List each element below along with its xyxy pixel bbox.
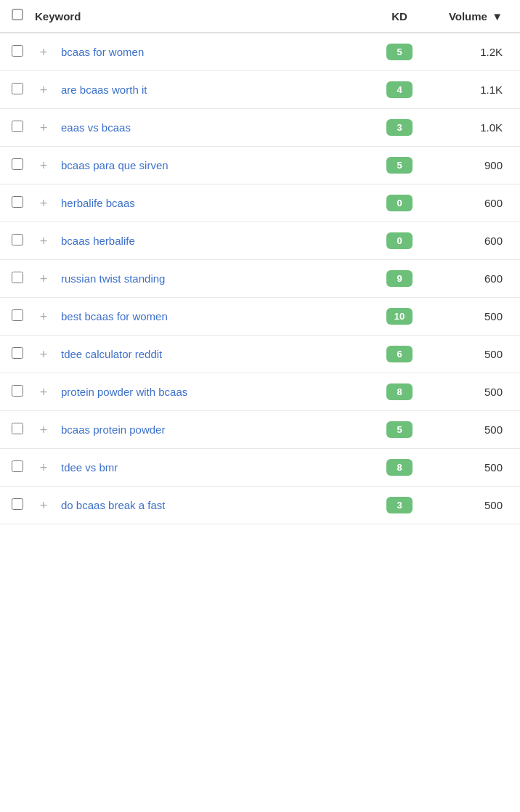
- row-select-checkbox[interactable]: [12, 121, 23, 132]
- row-checkbox-cell[interactable]: [12, 234, 29, 248]
- keyword-text[interactable]: protein powder with bcaas: [61, 386, 370, 398]
- row-select-checkbox[interactable]: [12, 385, 23, 397]
- keyword-text[interactable]: herbalife bcaas: [61, 197, 370, 209]
- kd-cell: 8: [370, 459, 428, 476]
- table-row: + bcaas herbalife 0 600: [0, 222, 520, 260]
- row-checkbox-cell[interactable]: [12, 196, 29, 211]
- row-select-checkbox[interactable]: [12, 309, 23, 321]
- table-header: Keyword KD Volume ▼: [0, 0, 520, 33]
- select-all-checkbox[interactable]: [12, 9, 23, 20]
- row-select-checkbox[interactable]: [12, 498, 23, 510]
- kd-cell: 5: [370, 421, 428, 438]
- volume-cell: 500: [428, 310, 508, 322]
- row-select-checkbox[interactable]: [12, 83, 23, 94]
- kd-badge: 0: [386, 232, 413, 249]
- table-row: + are bcaas worth it 4 1.1K: [0, 71, 520, 109]
- row-select-checkbox[interactable]: [12, 45, 23, 57]
- volume-cell: 600: [428, 197, 508, 209]
- add-keyword-button[interactable]: +: [35, 121, 52, 134]
- table-row: + tdee vs bmr 8 500: [0, 449, 520, 487]
- add-keyword-button[interactable]: +: [35, 197, 52, 210]
- keyword-text[interactable]: are bcaas worth it: [61, 84, 370, 96]
- add-keyword-button[interactable]: +: [35, 386, 52, 399]
- table-row: + bcaas protein powder 5 500: [0, 411, 520, 449]
- keyword-text[interactable]: tdee vs bmr: [61, 461, 370, 474]
- row-select-checkbox[interactable]: [12, 272, 23, 283]
- kd-badge: 9: [386, 270, 413, 287]
- keyword-text[interactable]: tdee calculator reddit: [61, 348, 370, 360]
- kd-badge: 3: [386, 497, 413, 513]
- row-checkbox-cell[interactable]: [12, 272, 29, 286]
- row-checkbox-cell[interactable]: [12, 385, 29, 399]
- kd-badge: 0: [386, 195, 413, 211]
- table-body: + bcaas for women 5 1.2K + are bcaas wor…: [0, 33, 520, 524]
- volume-cell: 500: [428, 423, 508, 436]
- volume-cell: 1.0K: [428, 121, 508, 134]
- row-checkbox-cell[interactable]: [12, 158, 29, 173]
- keyword-text[interactable]: do bcaas break a fast: [61, 499, 370, 511]
- add-keyword-button[interactable]: +: [35, 272, 52, 285]
- add-keyword-button[interactable]: +: [35, 423, 52, 437]
- table-row: + bcaas for women 5 1.2K: [0, 33, 520, 71]
- keyword-text[interactable]: russian twist standing: [61, 272, 370, 285]
- row-checkbox-cell[interactable]: [12, 309, 29, 324]
- add-keyword-button[interactable]: +: [35, 159, 52, 172]
- kd-badge: 8: [386, 459, 413, 476]
- kd-badge: 3: [386, 119, 413, 136]
- volume-cell: 900: [428, 159, 508, 171]
- kd-badge: 5: [386, 421, 413, 438]
- add-keyword-button[interactable]: +: [35, 310, 52, 323]
- add-keyword-button[interactable]: +: [35, 235, 52, 248]
- kd-column-header: KD: [370, 10, 428, 23]
- table-row: + do bcaas break a fast 3 500: [0, 487, 520, 524]
- volume-sort-icon: ▼: [492, 10, 503, 23]
- keyword-text[interactable]: bcaas para que sirven: [61, 159, 370, 171]
- keyword-column-header: Keyword: [35, 10, 370, 23]
- volume-cell: 1.2K: [428, 46, 508, 58]
- row-checkbox-cell[interactable]: [12, 83, 29, 97]
- volume-cell: 1.1K: [428, 84, 508, 96]
- kd-badge: 6: [386, 346, 413, 362]
- add-keyword-button[interactable]: +: [35, 46, 52, 59]
- kd-cell: 3: [370, 497, 428, 513]
- keyword-text[interactable]: bcaas for women: [61, 46, 370, 58]
- keyword-text[interactable]: bcaas protein powder: [61, 423, 370, 436]
- row-checkbox-cell[interactable]: [12, 45, 29, 60]
- table-row: + best bcaas for women 10 500: [0, 298, 520, 336]
- table-row: + protein powder with bcaas 8 500: [0, 373, 520, 411]
- volume-column-header[interactable]: Volume ▼: [428, 10, 508, 23]
- row-checkbox-cell[interactable]: [12, 347, 29, 362]
- table-row: + eaas vs bcaas 3 1.0K: [0, 109, 520, 147]
- row-checkbox-cell[interactable]: [12, 460, 29, 475]
- volume-cell: 600: [428, 235, 508, 247]
- table-row: + tdee calculator reddit 6 500: [0, 336, 520, 373]
- kd-cell: 10: [370, 308, 428, 325]
- kd-cell: 6: [370, 346, 428, 362]
- add-keyword-button[interactable]: +: [35, 461, 52, 474]
- add-keyword-button[interactable]: +: [35, 348, 52, 361]
- keyword-text[interactable]: eaas vs bcaas: [61, 121, 370, 134]
- kd-cell: 8: [370, 383, 428, 400]
- keyword-table: Keyword KD Volume ▼ + bcaas for women 5 …: [0, 0, 520, 524]
- row-checkbox-cell[interactable]: [12, 498, 29, 513]
- volume-cell: 500: [428, 348, 508, 360]
- add-keyword-button[interactable]: +: [35, 499, 52, 512]
- volume-cell: 500: [428, 499, 508, 511]
- row-checkbox-cell[interactable]: [12, 423, 29, 437]
- add-keyword-button[interactable]: +: [35, 84, 52, 97]
- kd-badge: 4: [386, 81, 413, 98]
- volume-cell: 500: [428, 386, 508, 398]
- row-select-checkbox[interactable]: [12, 158, 23, 170]
- table-row: + bcaas para que sirven 5 900: [0, 147, 520, 184]
- header-checkbox-cell: [12, 9, 29, 23]
- keyword-text[interactable]: best bcaas for women: [61, 310, 370, 322]
- row-select-checkbox[interactable]: [12, 347, 23, 359]
- row-select-checkbox[interactable]: [12, 423, 23, 434]
- row-select-checkbox[interactable]: [12, 196, 23, 208]
- row-select-checkbox[interactable]: [12, 460, 23, 472]
- kd-cell: 9: [370, 270, 428, 287]
- keyword-text[interactable]: bcaas herbalife: [61, 235, 370, 247]
- kd-badge: 5: [386, 157, 413, 174]
- row-checkbox-cell[interactable]: [12, 121, 29, 135]
- row-select-checkbox[interactable]: [12, 234, 23, 245]
